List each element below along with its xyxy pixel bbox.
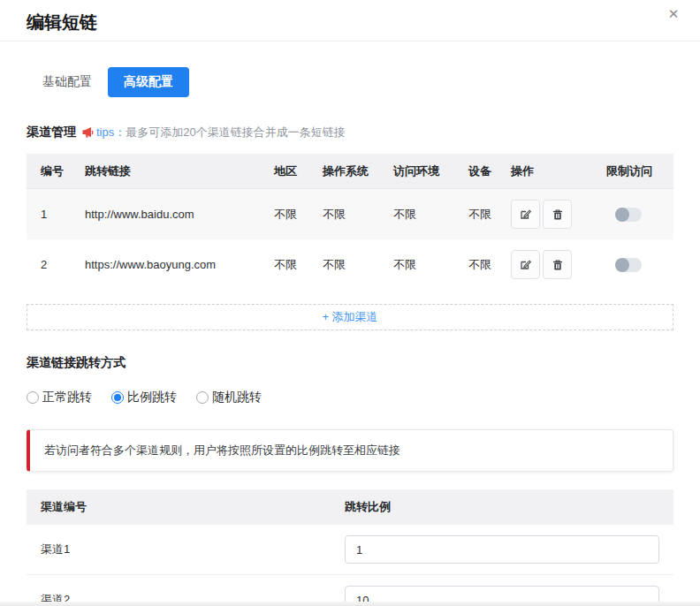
- modal-body: 基础配置 高级配置 渠道管理 tips： 最多可添加20个渠道链接合并成一条短链…: [0, 67, 700, 606]
- row-os: 不限: [323, 257, 393, 273]
- modal-header: 编辑短链 ✕: [0, 0, 700, 42]
- add-channel-button[interactable]: + 添加渠道: [27, 304, 673, 330]
- header-url: 跳转链接: [85, 163, 274, 179]
- row-actions: [511, 200, 606, 229]
- radio-label: 比例跳转: [127, 390, 177, 405]
- config-tabs: 基础配置 高级配置: [27, 67, 673, 97]
- header-limit: 限制访问: [606, 163, 673, 179]
- ratio-redirect-alert: 若访问者符合多个渠道规则，用户将按照所设置的比例跳转至相应链接: [27, 429, 673, 472]
- restrict-access-toggle[interactable]: [615, 208, 642, 222]
- redirect-mode-options: 正常跳转 比例跳转 随机跳转: [27, 390, 673, 405]
- delete-button[interactable]: [543, 200, 572, 229]
- row-region: 不限: [274, 257, 323, 273]
- header-no: 编号: [27, 163, 85, 179]
- header-region: 地区: [274, 163, 323, 179]
- modal-bottom-edge: [0, 602, 700, 606]
- edit-button[interactable]: [511, 200, 540, 229]
- header-device: 设备: [468, 163, 511, 179]
- row-actions: [511, 250, 606, 279]
- row-device: 不限: [468, 207, 511, 223]
- row-no: 2: [27, 258, 85, 271]
- alert-text: 若访问者符合多个渠道规则，用户将按照所设置的比例跳转至相应链接: [44, 443, 400, 458]
- row-no: 1: [27, 208, 85, 221]
- row-os: 不限: [323, 207, 393, 223]
- megaphone-icon: [81, 126, 94, 139]
- channel-table-header-row: 编号 跳转链接 地区 操作系统 访问环境 设备 操作 限制访问: [27, 154, 673, 189]
- modal-title: 编辑短链: [27, 7, 673, 37]
- close-icon[interactable]: ✕: [663, 4, 684, 25]
- row-url: http://www.baidu.com: [85, 208, 274, 221]
- ratio-table: 渠道编号 跳转比例 渠道1 渠道2: [27, 489, 673, 606]
- channel-management-label: 渠道管理: [27, 125, 76, 140]
- tips-prefix: tips：: [96, 125, 126, 140]
- radio-icon: [111, 391, 124, 404]
- radio-random-redirect[interactable]: 随机跳转: [196, 390, 262, 405]
- radio-label: 随机跳转: [212, 390, 262, 405]
- radio-label: 正常跳转: [42, 390, 92, 405]
- ratio-row-label: 渠道1: [27, 542, 345, 557]
- row-region: 不限: [274, 207, 323, 223]
- tips-text: 最多可添加20个渠道链接合并成一条短链接: [126, 125, 345, 140]
- row-url: https://www.baoyung.com: [85, 258, 274, 271]
- tab-advanced-config[interactable]: 高级配置: [108, 67, 189, 97]
- channel-row-2: 2 https://www.baoyung.com 不限 不限 不限 不限: [27, 239, 673, 290]
- toggle-knob: [615, 258, 629, 272]
- channel-management-header: 渠道管理 tips： 最多可添加20个渠道链接合并成一条短链接: [27, 125, 673, 140]
- ratio-table-header-row: 渠道编号 跳转比例: [27, 489, 673, 525]
- row-env: 不限: [393, 257, 468, 273]
- radio-ratio-redirect[interactable]: 比例跳转: [111, 390, 177, 405]
- radio-icon: [196, 391, 209, 404]
- row-device: 不限: [468, 257, 511, 273]
- header-ratio: 跳转比例: [345, 499, 673, 515]
- redirect-mode-label: 渠道链接跳转方式: [27, 355, 673, 371]
- radio-normal-redirect[interactable]: 正常跳转: [27, 390, 92, 405]
- restrict-access-toggle[interactable]: [615, 258, 642, 272]
- header-action: 操作: [511, 163, 606, 179]
- channel-row-1: 1 http://www.baidu.com 不限 不限 不限 不限: [27, 189, 673, 239]
- radio-icon: [27, 391, 39, 404]
- toggle-knob: [615, 208, 629, 222]
- edit-shortlink-modal: 编辑短链 ✕ 基础配置 高级配置 渠道管理 tips： 最多可添加20个渠道链接…: [0, 0, 700, 606]
- ratio-row-1: 渠道1: [27, 525, 673, 575]
- channel-table: 编号 跳转链接 地区 操作系统 访问环境 设备 操作 限制访问 1 http:/…: [27, 154, 673, 290]
- row-env: 不限: [393, 207, 468, 223]
- tab-basic-config[interactable]: 基础配置: [27, 67, 108, 97]
- header-os: 操作系统: [323, 163, 393, 179]
- header-env: 访问环境: [393, 163, 468, 179]
- ratio-input-channel-1[interactable]: [345, 535, 659, 564]
- delete-button[interactable]: [543, 250, 572, 279]
- header-channel-no: 渠道编号: [27, 499, 345, 515]
- edit-button[interactable]: [511, 250, 540, 279]
